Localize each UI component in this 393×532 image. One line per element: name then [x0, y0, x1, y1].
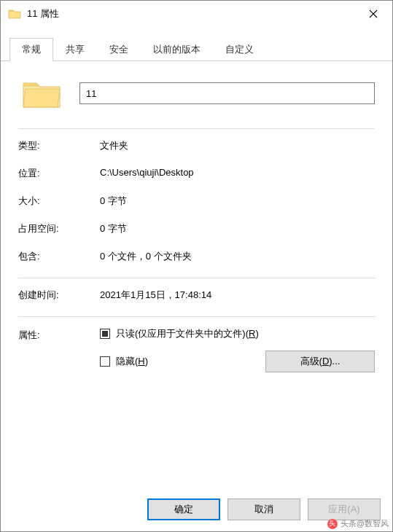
tab-sharing[interactable]: 共享 — [53, 38, 97, 61]
hidden-label[interactable]: 隐藏(H) — [116, 355, 148, 368]
location-value: C:\Users\qiuji\Desktop — [100, 167, 375, 180]
created-value: 2021年1月15日，17:48:14 — [100, 289, 375, 302]
tab-security[interactable]: 安全 — [97, 38, 141, 61]
watermark: 头 头条@数智风 — [327, 518, 389, 529]
tab-general[interactable]: 常规 — [9, 38, 53, 61]
titlebar: 11 属性 — [1, 1, 392, 27]
watermark-text: 头条@数智风 — [341, 518, 389, 529]
size-on-disk-label: 占用空间: — [18, 222, 100, 235]
contains-label: 包含: — [18, 250, 100, 263]
size-value: 0 字节 — [100, 195, 375, 208]
attributes-label: 属性: — [18, 327, 100, 372]
hidden-checkbox[interactable] — [100, 356, 110, 367]
created-label: 创建时间: — [18, 289, 100, 302]
tab-customize[interactable]: 自定义 — [213, 38, 266, 61]
advanced-button-label: 高级(D)... — [300, 356, 341, 367]
type-label: 类型: — [18, 139, 100, 152]
folder-name-input[interactable] — [79, 82, 375, 104]
tab-panel-general: 类型: 文件夹 位置: C:\Users\qiuji\Desktop 大小: 0… — [1, 61, 392, 488]
properties-dialog: 11 属性 常规 共享 安全 以前的版本 自定义 — [0, 0, 393, 532]
readonly-label[interactable]: 只读(仅应用于文件夹中的文件)(R) — [116, 327, 259, 340]
close-icon — [369, 9, 378, 18]
readonly-checkbox[interactable] — [100, 329, 110, 339]
tab-previous-versions[interactable]: 以前的版本 — [141, 38, 213, 61]
folder-icon — [8, 7, 21, 20]
ok-button[interactable]: 确定 — [147, 498, 220, 520]
watermark-icon: 头 — [327, 519, 338, 529]
close-button[interactable] — [357, 3, 389, 25]
advanced-button[interactable]: 高级(D)... — [265, 351, 375, 372]
size-label: 大小: — [18, 195, 100, 208]
apply-button[interactable]: 应用(A) — [308, 498, 381, 520]
size-on-disk-value: 0 字节 — [100, 222, 375, 235]
window-title: 11 属性 — [27, 7, 357, 20]
type-value: 文件夹 — [100, 139, 375, 152]
folder-large-icon — [21, 76, 62, 111]
cancel-button[interactable]: 取消 — [227, 498, 300, 520]
contains-value: 0 个文件，0 个文件夹 — [100, 250, 375, 263]
location-label: 位置: — [18, 167, 100, 180]
tab-strip: 常规 共享 安全 以前的版本 自定义 — [1, 37, 392, 61]
